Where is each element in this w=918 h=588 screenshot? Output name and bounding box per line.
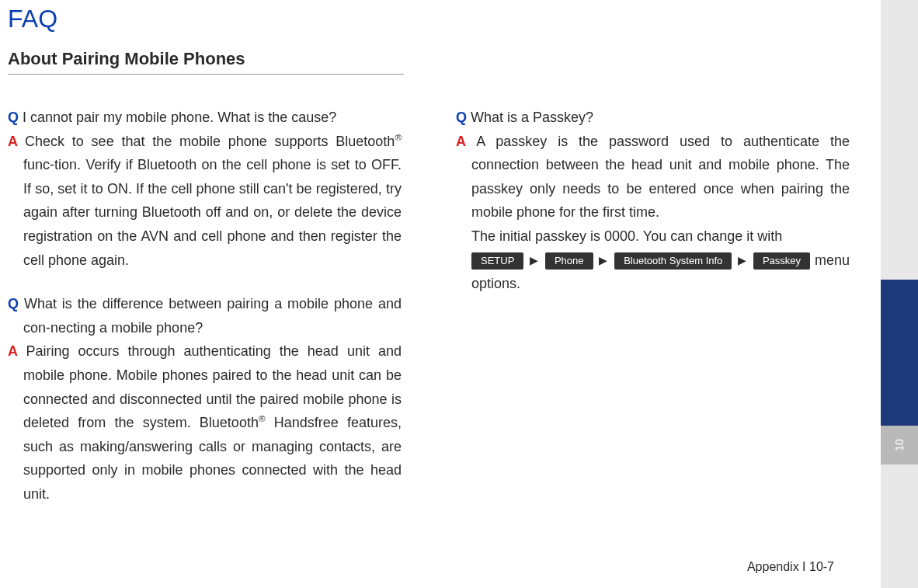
q-label: Q	[8, 296, 24, 311]
content-columns: Q I cannot pair my mobile phone. What is…	[8, 106, 850, 527]
sidebar-accent	[881, 280, 918, 435]
answer-line: The initial passkey is 0000. You can cha…	[456, 224, 850, 249]
a-label: A	[456, 134, 476, 149]
menu-button-passkey: Passkey	[753, 252, 810, 270]
menu-button-setup: SETUP	[471, 252, 523, 270]
registered-mark: ®	[395, 132, 402, 142]
q-label: Q	[8, 110, 23, 125]
faq-item: Q What is the difference between pairing…	[8, 292, 402, 506]
answer-text: A passkey is the password used to authen…	[471, 134, 850, 221]
chapter-number: 10	[893, 439, 906, 451]
page-title: FAQ	[8, 5, 850, 33]
arrow-icon: ▶	[599, 254, 608, 266]
answer-block: A Pairing occurs through authenticating …	[8, 339, 402, 506]
section-heading: About Pairing Mobile Phones	[8, 49, 404, 75]
column-right: Q What is a Passkey? A A passkey is the …	[456, 106, 850, 527]
menu-path-line: SETUP ▶ Phone ▶ Bluetooth System Info ▶ …	[456, 249, 850, 296]
question-text: What is a Passkey?	[471, 110, 593, 125]
answer-text: Check to see that the mobile phone suppo…	[25, 134, 395, 149]
faq-item: Q What is a Passkey? A A passkey is the …	[456, 106, 850, 296]
chapter-tab: 10	[881, 426, 918, 464]
answer-text: The initial passkey is 0000. You can cha…	[471, 228, 782, 244]
column-left: Q I cannot pair my mobile phone. What is…	[8, 106, 402, 527]
menu-button-bluetooth: Bluetooth System Info	[614, 252, 732, 270]
a-label: A	[8, 343, 26, 359]
faq-item: Q I cannot pair my mobile phone. What is…	[8, 106, 402, 272]
arrow-icon: ▶	[738, 254, 747, 266]
question-block: Q What is the difference between pairing…	[8, 292, 402, 339]
document-page: FAQ About Pairing Mobile Phones Q I cann…	[0, 0, 881, 588]
question-line: Q I cannot pair my mobile phone. What is…	[8, 106, 402, 130]
a-label: A	[8, 134, 25, 149]
question-line: Q What is a Passkey?	[456, 106, 850, 130]
answer-text-cont: func-tion. Verify if Bluetooth on the ce…	[23, 157, 402, 267]
question-text: What is the difference between pairing a…	[23, 296, 402, 336]
page-footer: Appendix I 10-7	[747, 560, 834, 574]
question-text: I cannot pair my mobile phone. What is t…	[23, 110, 336, 125]
q-label: Q	[456, 110, 471, 125]
arrow-icon: ▶	[530, 254, 539, 266]
side-tab-strip: 10	[881, 0, 918, 588]
menu-button-phone: Phone	[545, 252, 593, 270]
registered-mark: ®	[259, 413, 266, 423]
answer-block: A A passkey is the password used to auth…	[456, 130, 850, 224]
answer-block: A Check to see that the mobile phone sup…	[8, 130, 402, 273]
